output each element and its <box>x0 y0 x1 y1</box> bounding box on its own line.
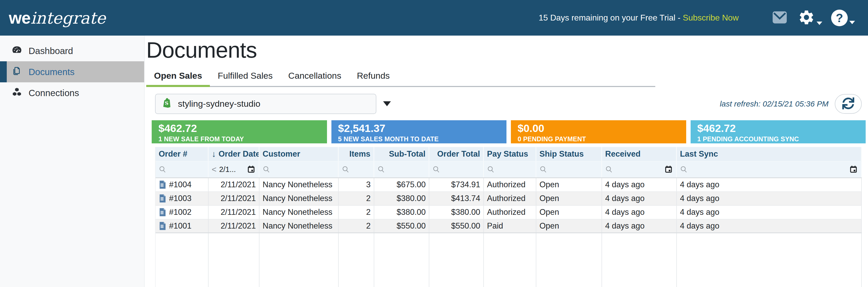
sidebar-item-connections[interactable]: Connections <box>0 82 144 103</box>
last-sync-cell: 4 days ago <box>677 220 862 232</box>
order-date-cell: 2/11/2021 <box>209 192 259 205</box>
search-icon <box>680 165 688 173</box>
filter-last-sync[interactable] <box>677 162 862 178</box>
store-selector[interactable]: S styling-sydney-studio <box>155 94 376 114</box>
trial-banner: 15 Days remaining on your Free Trial - S… <box>539 13 739 23</box>
filter-order-total[interactable] <box>429 162 484 178</box>
received-cell: 4 days ago <box>602 206 677 219</box>
document-tabs: Open Sales Fulfilled Sales Cancellations… <box>146 67 655 87</box>
calendar-icon[interactable] <box>849 165 858 174</box>
received-cell: 4 days ago <box>602 220 677 232</box>
svg-text:S: S <box>165 100 168 106</box>
app-logo[interactable]: weintegrate <box>9 8 106 28</box>
table-row[interactable]: #1003 2/11/2021 Nancy Nonetheless 2 $380… <box>156 192 862 206</box>
search-icon <box>342 165 349 173</box>
search-icon <box>262 165 270 173</box>
tab-fulfilled-sales[interactable]: Fulfilled Sales <box>210 67 280 87</box>
card-label: 5 NEW SALES MONTH TO DATE <box>338 135 507 143</box>
last-sync-cell: 4 days ago <box>677 178 862 191</box>
card-sales-month-to-date: $2,541.37 5 NEW SALES MONTH TO DATE <box>332 120 507 144</box>
order-total-cell: $734.91 <box>429 178 484 191</box>
sidebar-item-label: Connections <box>29 88 79 98</box>
sidebar-item-label: Documents <box>29 67 74 77</box>
column-header-order-number[interactable]: Order # <box>156 147 209 161</box>
order-number-cell[interactable]: #1004 <box>156 178 209 191</box>
dashboard-gauge-icon <box>12 45 22 57</box>
table-row[interactable]: #1004 2/11/2021 Nancy Nonetheless 3 $675… <box>156 178 862 192</box>
search-icon <box>159 165 166 173</box>
top-navbar: weintegrate 15 Days remaining on your Fr… <box>0 0 868 36</box>
pay-status-cell: Authorized <box>484 192 536 205</box>
card-label: 0 PENDING PAYMENT <box>518 135 686 143</box>
customer-cell: Nancy Nonetheless <box>259 192 339 205</box>
customer-cell: Nancy Nonetheless <box>259 206 339 219</box>
calendar-icon[interactable] <box>664 165 673 174</box>
order-number-cell[interactable]: #1001 <box>156 220 209 232</box>
table-header-row: Order # ↓ Order Date Customer Items Sub-… <box>156 147 862 162</box>
pay-status-cell: Authorized <box>484 178 536 191</box>
column-header-received[interactable]: Received <box>602 147 677 161</box>
column-header-customer[interactable]: Customer <box>259 147 339 161</box>
items-cell: 2 <box>339 206 374 219</box>
ship-status-cell: Open <box>536 178 602 191</box>
filter-ship-status[interactable] <box>536 162 602 178</box>
store-dropdown-caret-icon[interactable] <box>383 101 391 106</box>
items-cell: 2 <box>339 192 374 205</box>
mail-icon <box>770 9 789 27</box>
tab-open-sales[interactable]: Open Sales <box>146 67 210 87</box>
search-icon <box>605 165 613 173</box>
shopify-icon: S <box>161 97 173 111</box>
refresh-button[interactable] <box>835 94 862 114</box>
order-number-cell[interactable]: #1002 <box>156 206 209 219</box>
tab-cancellations[interactable]: Cancellations <box>280 67 349 87</box>
tab-refunds[interactable]: Refunds <box>349 67 398 87</box>
column-header-sub-total[interactable]: Sub-Total <box>374 147 429 161</box>
column-header-last-sync[interactable]: Last Sync <box>677 147 862 161</box>
table-row[interactable]: #1001 2/11/2021 Nancy Nonetheless 2 $550… <box>156 220 862 233</box>
filter-items[interactable] <box>339 162 374 178</box>
sidebar-item-documents[interactable]: Documents <box>0 61 144 82</box>
toolbar: S styling-sydney-studio last refresh: 02… <box>155 94 862 114</box>
filter-customer[interactable] <box>259 162 339 178</box>
chevron-left-icon[interactable]: < <box>212 165 217 174</box>
calendar-icon[interactable] <box>247 165 255 174</box>
navbar-actions: ? <box>768 9 858 27</box>
card-pending-accounting-sync: $462.72 1 PENDING ACCOUNTING SYNC <box>691 120 866 144</box>
gear-icon <box>798 9 815 27</box>
column-header-order-date[interactable]: ↓ Order Date <box>209 147 259 161</box>
search-icon <box>432 165 440 173</box>
order-number-cell[interactable]: #1003 <box>156 192 209 205</box>
column-header-items[interactable]: Items <box>339 147 374 161</box>
table-row[interactable]: #1002 2/11/2021 Nancy Nonetheless 2 $380… <box>156 206 862 220</box>
help-icon: ? <box>831 10 848 26</box>
items-cell: 3 <box>339 178 374 191</box>
table-empty-area <box>156 233 862 287</box>
card-label: 1 PENDING ACCOUNTING SYNC <box>698 135 866 143</box>
order-total-cell: $413.74 <box>429 192 484 205</box>
logo-integrate: integrate <box>30 8 105 28</box>
column-header-pay-status[interactable]: Pay Status <box>484 147 536 161</box>
filter-sub-total[interactable] <box>374 162 429 178</box>
order-date-cell: 2/11/2021 <box>209 178 259 191</box>
sidebar-item-label: Dashboard <box>29 46 73 56</box>
filter-order-date[interactable]: < 2/1... <box>209 162 259 178</box>
settings-menu-button[interactable] <box>795 9 825 27</box>
ship-status-cell: Open <box>536 220 602 232</box>
column-header-ship-status[interactable]: Ship Status <box>536 147 602 161</box>
sort-descending-icon: ↓ <box>212 149 216 159</box>
card-new-sale-today: $462.72 1 NEW SALE FROM TODAY <box>152 120 327 144</box>
order-date-cell: 2/11/2021 <box>209 206 259 219</box>
document-file-icon <box>159 194 166 203</box>
sidebar-item-dashboard[interactable]: Dashboard <box>0 40 144 61</box>
help-menu-button[interactable]: ? <box>829 10 858 26</box>
messages-button[interactable] <box>768 9 792 27</box>
filter-order-number[interactable] <box>156 162 209 178</box>
card-amount: $462.72 <box>158 123 327 134</box>
subscribe-now-link[interactable]: Subscribe Now <box>683 13 739 22</box>
received-cell: 4 days ago <box>602 178 677 191</box>
page-title: Documents <box>146 37 868 63</box>
filter-received[interactable] <box>602 162 677 178</box>
filter-pay-status[interactable] <box>484 162 536 178</box>
column-header-order-total[interactable]: Order Total <box>429 147 484 161</box>
logo-we: we <box>9 8 30 28</box>
